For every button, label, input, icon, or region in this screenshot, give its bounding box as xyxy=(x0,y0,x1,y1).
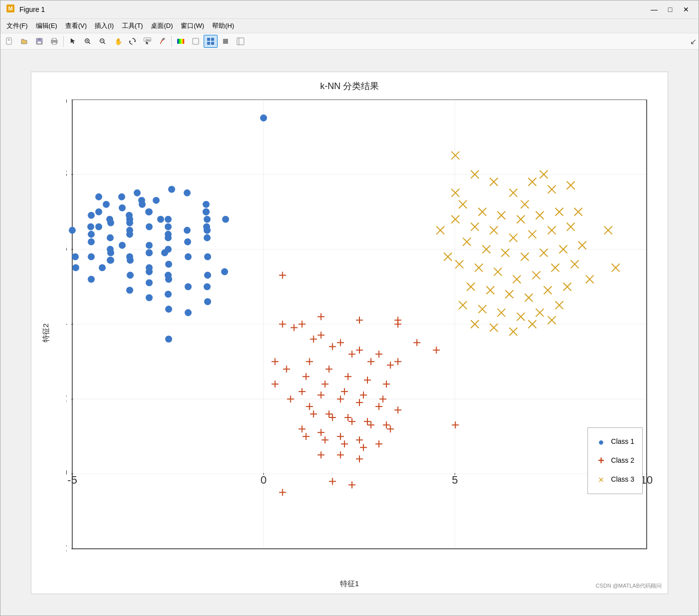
svg-point-123 xyxy=(95,223,102,230)
svg-point-143 xyxy=(204,283,211,290)
svg-point-88 xyxy=(88,253,95,260)
svg-point-105 xyxy=(118,241,125,248)
zoom-out-button[interactable] xyxy=(96,35,110,48)
subplot-toggle-button[interactable] xyxy=(204,35,218,48)
svg-point-117 xyxy=(126,253,133,260)
svg-text:8: 8 xyxy=(66,167,67,179)
menu-tools[interactable]: 工具(T) xyxy=(118,20,147,32)
svg-point-83 xyxy=(146,241,153,248)
svg-point-146 xyxy=(146,249,153,256)
svg-rect-26 xyxy=(207,38,210,41)
new-button[interactable] xyxy=(2,35,16,48)
menu-window[interactable]: 窗口(W) xyxy=(177,20,208,32)
print-button[interactable] xyxy=(47,35,61,48)
colormap-button[interactable] xyxy=(174,35,188,48)
svg-text:M: M xyxy=(8,5,12,11)
svg-point-77 xyxy=(184,226,191,233)
svg-point-103 xyxy=(165,335,172,342)
svg-point-67 xyxy=(103,201,110,207)
brush-button[interactable] xyxy=(155,35,169,48)
svg-point-66 xyxy=(87,223,94,230)
svg-point-85 xyxy=(184,238,191,245)
svg-line-16 xyxy=(104,42,105,44)
separator-1 xyxy=(63,36,64,47)
svg-rect-7 xyxy=(37,41,41,44)
class2-legend-symbol: + xyxy=(596,451,606,471)
class1-legend-symbol: ● xyxy=(596,433,606,451)
toolbar: ✋ data ↙ xyxy=(0,33,699,50)
svg-text:6: 6 xyxy=(66,241,67,254)
svg-text:0: 0 xyxy=(260,474,266,486)
svg-line-12 xyxy=(89,42,90,44)
svg-rect-31 xyxy=(237,38,244,45)
separator-2 xyxy=(171,36,172,47)
svg-point-119 xyxy=(165,272,172,279)
svg-text:-2: -2 xyxy=(66,541,67,553)
svg-point-126 xyxy=(204,226,211,233)
svg-point-129 xyxy=(204,253,211,260)
maximize-button[interactable]: □ xyxy=(663,3,678,15)
class2-legend-label: Class 2 xyxy=(611,454,634,467)
y-axis-label: 特征2 xyxy=(41,323,51,342)
chart-title: k-NN 分类结果 xyxy=(31,72,668,92)
svg-rect-9 xyxy=(52,38,56,40)
class3-legend-label: Class 3 xyxy=(611,473,634,486)
svg-point-99 xyxy=(146,294,153,301)
window-controls: — □ ✕ xyxy=(647,3,694,15)
svg-point-131 xyxy=(165,230,172,237)
svg-point-111 xyxy=(99,264,106,271)
svg-point-116 xyxy=(107,245,114,252)
menu-help[interactable]: 帮助(H) xyxy=(208,20,238,32)
select-button[interactable] xyxy=(66,35,80,48)
plot-area: k-NN 分类结果 特征2 特征1 xyxy=(0,50,699,616)
toolbar-arrow: ↙ xyxy=(690,37,697,46)
svg-point-145 xyxy=(107,257,114,264)
svg-point-108 xyxy=(95,208,102,215)
svg-point-118 xyxy=(146,268,153,275)
menu-view[interactable]: 查看(V) xyxy=(61,20,91,32)
menu-insert[interactable]: 插入(I) xyxy=(91,20,117,32)
watermark-text: CSDN @MATLAB代码顾问 xyxy=(595,582,662,590)
chart-svg: -5 0 5 10 -2 0 2 4 6 xyxy=(66,100,653,564)
open-button[interactable] xyxy=(17,35,31,48)
svg-point-80 xyxy=(88,238,95,245)
svg-point-113 xyxy=(126,226,133,233)
svg-point-65 xyxy=(72,253,79,260)
svg-text:2: 2 xyxy=(66,391,67,404)
zoom-in-button[interactable] xyxy=(81,35,95,48)
menu-file[interactable]: 文件(F) xyxy=(2,20,32,32)
data-cursor-button[interactable]: data xyxy=(140,35,154,48)
svg-point-94 xyxy=(126,272,133,279)
svg-point-115 xyxy=(88,230,95,237)
matlab-figure-window: M Figure 1 — □ ✕ 文件(F) 编辑(E) 查看(V) 插入(I)… xyxy=(0,0,699,616)
svg-rect-25 xyxy=(193,38,199,44)
svg-text:5: 5 xyxy=(452,474,458,486)
svg-point-137 xyxy=(126,219,133,226)
svg-rect-2 xyxy=(6,38,11,44)
svg-point-139 xyxy=(204,215,211,222)
figure-toggle-button[interactable] xyxy=(189,35,203,48)
svg-rect-6 xyxy=(38,38,41,40)
svg-text:4: 4 xyxy=(66,316,67,329)
hide-button[interactable] xyxy=(219,35,233,48)
rotate-button[interactable] xyxy=(125,35,139,48)
svg-point-102 xyxy=(204,298,211,305)
menu-edit[interactable]: 编辑(E) xyxy=(32,20,61,32)
panel-button[interactable] xyxy=(233,35,247,48)
menu-desktop[interactable]: 桌面(D) xyxy=(147,20,177,32)
svg-rect-29 xyxy=(211,42,214,45)
svg-point-122 xyxy=(203,208,210,215)
svg-point-136 xyxy=(88,211,95,218)
svg-point-87 xyxy=(69,226,76,233)
svg-point-133 xyxy=(95,193,102,200)
svg-point-114 xyxy=(260,114,267,121)
svg-rect-24 xyxy=(177,39,184,44)
save-button[interactable] xyxy=(32,35,46,48)
minimize-button[interactable]: — xyxy=(647,3,662,15)
svg-point-100 xyxy=(165,306,172,312)
chart-legend: ● Class 1 + Class 2 × Class 3 xyxy=(587,427,643,494)
svg-point-70 xyxy=(153,197,160,204)
svg-point-141 xyxy=(126,287,133,294)
close-button[interactable]: ✕ xyxy=(679,3,694,15)
pan-button[interactable]: ✋ xyxy=(111,35,124,48)
